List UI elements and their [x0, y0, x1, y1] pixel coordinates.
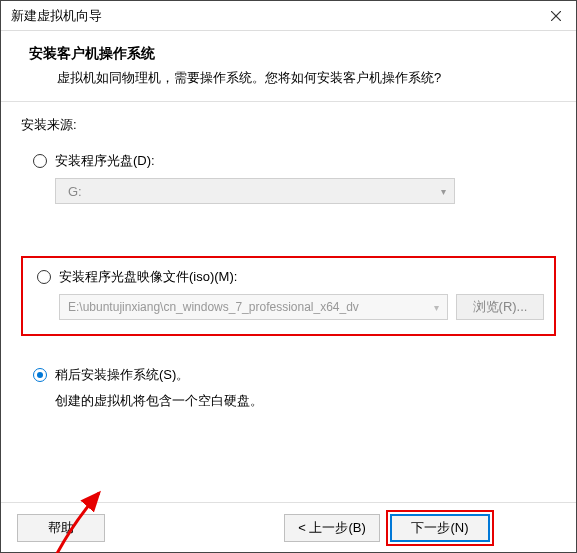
option-iso-highlight: 安装程序光盘映像文件(iso)(M): E:\ubuntujinxiang\cn… — [21, 256, 556, 336]
next-label: 下一步(N) — [411, 519, 468, 537]
footer: 帮助 < 上一步(B) 下一步(N) 取消 — [1, 502, 576, 552]
page-title: 安装客户机操作系统 — [29, 45, 556, 63]
back-button[interactable]: < 上一步(B) — [284, 514, 380, 542]
later-description: 创建的虚拟机将包含一个空白硬盘。 — [55, 392, 556, 410]
disc-drive-value: G: — [68, 184, 82, 199]
browse-label: 浏览(R)... — [473, 298, 528, 316]
radio-disc-label: 安装程序光盘(D): — [55, 152, 155, 170]
iso-input-row: E:\ubuntujinxiang\cn_windows_7_professio… — [59, 294, 544, 320]
option-later: 稍后安装操作系统(S)。 创建的虚拟机将包含一个空白硬盘。 — [33, 366, 556, 410]
radio-dot-icon — [37, 372, 43, 378]
wizard-window: 新建虚拟机向导 安装客户机操作系统 虚拟机如同物理机，需要操作系统。您将如何安装… — [0, 0, 577, 553]
radio-icon-checked — [33, 368, 47, 382]
next-button-highlight: 下一步(N) — [386, 510, 494, 546]
radio-iso[interactable]: 安装程序光盘映像文件(iso)(M): — [37, 268, 544, 286]
radio-icon — [33, 154, 47, 168]
page-subtitle: 虚拟机如同物理机，需要操作系统。您将如何安装客户机操作系统? — [29, 69, 556, 87]
chevron-down-icon: ▾ — [434, 302, 439, 313]
radio-later-label: 稍后安装操作系统(S)。 — [55, 366, 189, 384]
option-disc: 安装程序光盘(D): G: ▾ — [33, 152, 556, 204]
content-area: 安装来源: 安装程序光盘(D): G: ▾ 安装程序光盘映像文件(iso)(M)… — [1, 102, 576, 502]
close-button[interactable] — [544, 4, 568, 28]
back-label: < 上一步(B) — [298, 519, 366, 537]
wizard-header: 安装客户机操作系统 虚拟机如同物理机，需要操作系统。您将如何安装客户机操作系统? — [1, 31, 576, 101]
iso-path-value: E:\ubuntujinxiang\cn_windows_7_professio… — [68, 300, 359, 314]
chevron-down-icon: ▾ — [441, 186, 446, 197]
close-icon — [551, 11, 561, 21]
help-label: 帮助 — [48, 519, 74, 537]
browse-button[interactable]: 浏览(R)... — [456, 294, 544, 320]
radio-later[interactable]: 稍后安装操作系统(S)。 — [33, 366, 556, 384]
window-title: 新建虚拟机向导 — [11, 7, 102, 25]
radio-iso-label: 安装程序光盘映像文件(iso)(M): — [59, 268, 237, 286]
help-button[interactable]: 帮助 — [17, 514, 105, 542]
disc-drive-combo[interactable]: G: ▾ — [55, 178, 455, 204]
iso-path-combo[interactable]: E:\ubuntujinxiang\cn_windows_7_professio… — [59, 294, 448, 320]
titlebar: 新建虚拟机向导 — [1, 1, 576, 31]
radio-icon — [37, 270, 51, 284]
radio-disc[interactable]: 安装程序光盘(D): — [33, 152, 556, 170]
next-button[interactable]: 下一步(N) — [390, 514, 490, 542]
source-label: 安装来源: — [21, 116, 556, 134]
